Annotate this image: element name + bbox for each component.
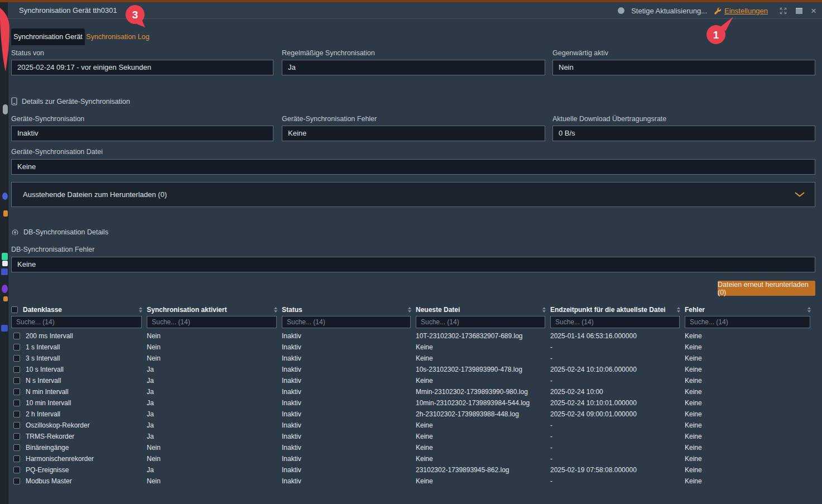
expand-icon[interactable] — [779, 7, 787, 15]
search-input-fehler[interactable] — [685, 316, 810, 328]
table-search-row — [11, 316, 815, 328]
sort-icon[interactable] — [408, 307, 411, 313]
cell-datenklasse[interactable]: PQ-Ereignisse — [11, 464, 147, 476]
download-rate-label: Aktuelle Download Übertragungsrate — [552, 115, 666, 123]
cell-datenklasse[interactable]: Binäreingänge — [11, 442, 147, 453]
row-checkbox[interactable] — [13, 333, 20, 339]
search-input-datenklasse[interactable] — [11, 316, 142, 328]
cell-datenklasse[interactable]: Modbus Master — [11, 476, 147, 487]
column-header-endzeitpunkt-f-r-die-aktuellste-datei[interactable]: Endzeitpunkt für die aktuellste Datei — [550, 305, 685, 315]
row-checkbox[interactable] — [13, 400, 20, 406]
download-rate-field[interactable]: 0 B/s — [552, 126, 815, 141]
cell-datenklasse[interactable]: 1 s Intervall — [11, 342, 147, 353]
datenklasse-label: 3 s Intervall — [26, 353, 60, 364]
cell-status: Inaktiv — [282, 342, 416, 353]
currently-active-field[interactable]: Nein — [552, 60, 815, 75]
datenklasse-label: N s Intervall — [26, 375, 61, 386]
tab-synchronisation-log[interactable]: Synchronisation Log — [85, 28, 151, 45]
status-von-field[interactable]: 2025-02-24 09:17 - vor einigen Sekunden — [11, 60, 273, 75]
cell-sync-aktiviert: Nein — [147, 476, 282, 487]
sort-icon[interactable] — [274, 307, 277, 313]
row-checkbox[interactable] — [13, 422, 20, 429]
column-header-neueste-datei[interactable]: Neueste Datei — [416, 305, 550, 315]
row-checkbox[interactable] — [13, 377, 20, 384]
search-input-status[interactable] — [282, 316, 411, 328]
cell-endzeitpunkt: 2025-01-14 06:53:16.000000 — [550, 330, 685, 342]
cell-endzeitpunkt: 2025-02-24 10:10:01.000000 — [550, 397, 685, 409]
cell-sync-aktiviert: Nein — [147, 442, 282, 453]
select-all-checkbox[interactable] — [11, 306, 18, 313]
cell-datenklasse[interactable]: Oszilloskop-Rekorder — [11, 420, 147, 431]
sort-icon[interactable] — [807, 307, 811, 313]
cell-fehler: Keine — [685, 397, 815, 409]
column-header-synchronisation-aktiviert[interactable]: Synchronisation aktiviert — [147, 305, 282, 315]
search-input-neueste-datei[interactable] — [416, 316, 545, 328]
redownload-files-button[interactable]: Dateien erneut herunterladen (0) — [718, 281, 815, 296]
table-header-row: DatenklasseSynchronisation aktiviertStat… — [11, 305, 815, 315]
cell-datenklasse[interactable]: N s Intervall — [11, 375, 147, 386]
cell-datenklasse[interactable]: 200 ms Intervall — [11, 330, 147, 342]
sort-icon[interactable] — [139, 307, 142, 313]
device-sync-field[interactable]: Inaktiv — [11, 126, 273, 141]
cell-endzeitpunkt: - — [550, 476, 685, 487]
column-header-datenklasse[interactable]: Datenklasse — [11, 305, 147, 315]
cell-endzeitpunkt: - — [550, 342, 685, 353]
close-icon[interactable]: × — [811, 8, 816, 14]
cell-endzeitpunkt: 2025-02-24 10:10:06.000000 — [550, 364, 685, 375]
column-header-fehler[interactable]: Fehler — [685, 305, 815, 315]
datenklasse-label: TRMS-Rekorder — [26, 431, 74, 442]
cell-datenklasse[interactable]: 10 s Intervall — [11, 364, 147, 375]
row-checkbox[interactable] — [13, 411, 20, 417]
regular-sync-field[interactable]: Ja — [282, 60, 545, 75]
db-details-section-header: DB-Synchronisation Details — [11, 228, 108, 236]
cell-datenklasse[interactable]: 10 min Intervall — [11, 397, 147, 409]
cell-fehler: Keine — [685, 386, 815, 397]
data-table-body: 200 ms IntervallNeinInaktiv10T-23102302-… — [11, 330, 815, 487]
cell-datenklasse[interactable]: N min Intervall — [11, 386, 147, 397]
datenklasse-label: 200 ms Intervall — [26, 330, 73, 342]
cell-datenklasse[interactable]: 2 h Intervall — [11, 409, 147, 420]
cell-datenklasse[interactable]: TRMS-Rekorder — [11, 431, 147, 442]
cell-endzeitpunkt: 2025-02-24 10:00 — [550, 386, 685, 397]
row-checkbox[interactable] — [13, 433, 20, 440]
cell-endzeitpunkt: - — [550, 453, 685, 464]
column-header-label: Fehler — [685, 306, 705, 314]
cell-fehler: Keine — [685, 375, 815, 386]
row-checkbox[interactable] — [13, 467, 20, 473]
row-checkbox[interactable] — [13, 388, 20, 395]
device-sync-file-field[interactable]: Keine — [11, 159, 815, 175]
row-checkbox[interactable] — [13, 455, 20, 462]
device-sync-error-field[interactable]: Keine — [282, 126, 545, 141]
sort-icon[interactable] — [677, 307, 680, 313]
cell-neueste-datei: Keine — [416, 353, 550, 364]
cell-sync-aktiviert: Ja — [147, 364, 282, 375]
cell-status: Inaktiv — [282, 476, 416, 487]
cell-neueste-datei: Keine — [416, 442, 550, 453]
search-input-synchronisation-aktiviert[interactable] — [147, 316, 277, 328]
cell-fehler: Keine — [685, 464, 815, 476]
row-checkbox[interactable] — [13, 366, 20, 373]
row-checkbox[interactable] — [13, 355, 20, 362]
pending-files-accordion[interactable]: Ausstehende Dateien zum Herunterladen (0… — [11, 182, 815, 207]
cell-endzeitpunkt: - — [550, 431, 685, 442]
column-header-label: Neueste Datei — [416, 306, 460, 314]
cell-status: Inaktiv — [282, 442, 416, 453]
settings-button[interactable]: Einstellungen — [714, 7, 768, 15]
cell-datenklasse[interactable]: 3 s Intervall — [11, 353, 147, 364]
row-checkbox[interactable] — [13, 444, 20, 451]
datenklasse-label: Modbus Master — [26, 476, 72, 487]
cell-fehler: Keine — [685, 353, 815, 364]
tab-synchronisation-geraet[interactable]: Synchronisation Gerät — [11, 28, 85, 45]
row-checkbox[interactable] — [13, 478, 20, 484]
cell-status: Inaktiv — [282, 409, 416, 420]
datenklasse-label: 10 s Intervall — [26, 364, 64, 375]
maximize-icon[interactable] — [796, 8, 802, 14]
cell-sync-aktiviert: Ja — [147, 386, 282, 397]
currently-active-label: Gegenwärtig aktiv — [552, 49, 608, 57]
row-checkbox[interactable] — [13, 344, 20, 351]
db-sync-error-field[interactable]: Keine — [11, 257, 815, 272]
cell-datenklasse[interactable]: Harmonischenrekorder — [11, 453, 147, 464]
column-header-status[interactable]: Status — [282, 305, 416, 315]
search-input-endzeitpunkt-f-r-die-aktuellste-datei[interactable] — [550, 316, 680, 328]
sort-icon[interactable] — [542, 307, 546, 313]
